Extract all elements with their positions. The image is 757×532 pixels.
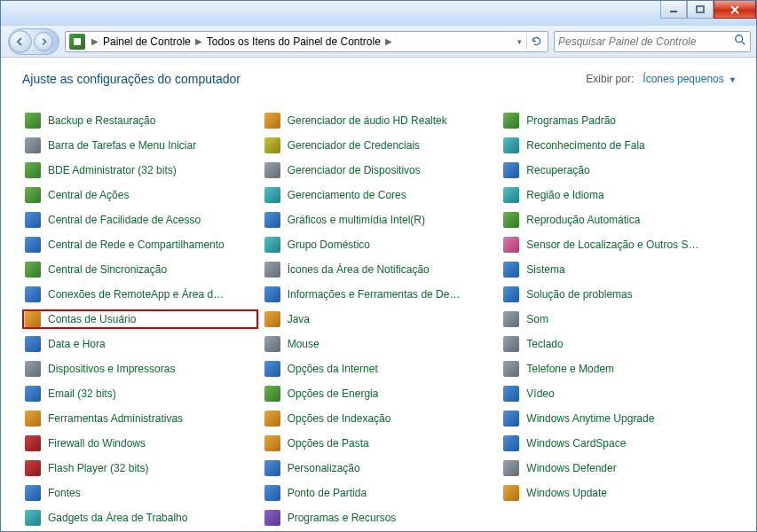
action-center-icon: [25, 187, 41, 203]
close-icon: [729, 5, 740, 14]
cpl-item[interactable]: Windows Update: [501, 483, 737, 503]
cpl-item-label: Central de Facilidade de Acesso: [48, 214, 201, 226]
ease-access-icon: [25, 212, 41, 228]
minimize-button[interactable]: [660, 1, 687, 19]
cpl-item[interactable]: Fontes: [22, 483, 258, 503]
back-button[interactable]: [9, 30, 32, 53]
cpl-item-label: Data e Hora: [48, 338, 106, 350]
cpl-item[interactable]: BDE Administrator (32 bits): [22, 160, 258, 180]
cpl-item-label: Sensor de Localização e Outros Sens...: [526, 239, 704, 251]
cpl-item-label: Windows CardSpace: [526, 437, 626, 450]
cpl-item-label: Telefone e Modem: [526, 363, 614, 375]
cpl-item-label: Gerenciador de Dispositivos: [288, 164, 421, 176]
cpl-item[interactable]: Contas de Usuário: [22, 309, 258, 329]
cpl-item[interactable]: Email (32 bits): [22, 384, 258, 403]
forward-button[interactable]: [34, 32, 53, 51]
cpl-item[interactable]: Windows Defender: [501, 458, 737, 478]
admin-tools-icon: [25, 411, 41, 426]
cpl-item[interactable]: Sensor de Localização e Outros Sens...: [501, 235, 737, 254]
cpl-item[interactable]: Recuperação: [501, 160, 737, 180]
cpl-item[interactable]: Flash Player (32 bits): [22, 458, 258, 478]
close-button[interactable]: [714, 1, 756, 19]
cpl-item[interactable]: Ícones da Área de Notificação: [262, 260, 498, 279]
breadcrumb-root[interactable]: Painel de Controle: [101, 35, 193, 48]
cpl-item[interactable]: Região e Idioma: [501, 185, 737, 205]
search-input[interactable]: [558, 35, 730, 48]
fonts-icon: [25, 485, 41, 501]
power-options-icon: [264, 386, 280, 402]
date-time-icon: [25, 336, 41, 352]
page-title: Ajuste as configurações do computador: [22, 72, 241, 86]
cpl-item-label: Fontes: [48, 487, 81, 499]
search-icon[interactable]: [734, 34, 746, 49]
cpl-item[interactable]: Solução de problemas: [501, 285, 737, 304]
refresh-button[interactable]: [526, 33, 546, 51]
breadcrumb-sub[interactable]: Todos os Itens do Painel de Controle: [205, 35, 382, 48]
homegroup-icon: [264, 237, 280, 253]
cpl-item[interactable]: Firewall do Windows: [22, 434, 258, 453]
cpl-item[interactable]: Java: [262, 309, 498, 329]
cpl-item[interactable]: Opções de Energia: [262, 384, 498, 403]
cpl-item-label: Opções da Internet: [288, 363, 378, 375]
cpl-item[interactable]: Windows Anytime Upgrade: [501, 409, 737, 428]
cpl-item[interactable]: Reconhecimento de Fala: [501, 136, 737, 155]
remoteapp-icon: [25, 286, 41, 302]
sync-icon: [25, 262, 41, 278]
cpl-item[interactable]: Grupo Doméstico: [262, 235, 498, 254]
color-mgmt-icon: [264, 187, 280, 203]
cpl-item[interactable]: Data e Hora: [22, 334, 258, 354]
cpl-item[interactable]: Opções de Indexação: [262, 409, 498, 428]
cpl-item[interactable]: Reprodução Automática: [501, 210, 737, 230]
cpl-item[interactable]: Programas e Recursos: [262, 508, 498, 528]
cpl-item[interactable]: Ferramentas Administrativas: [22, 409, 258, 428]
cpl-item[interactable]: Central de Ações: [22, 185, 258, 205]
cpl-item-label: Dispositivos e Impressoras: [48, 363, 175, 375]
internet-options-icon: [264, 361, 280, 377]
cpl-item[interactable]: Gerenciador de áudio HD Realtek: [262, 111, 498, 130]
cpl-item[interactable]: Mouse: [262, 334, 498, 354]
cpl-item[interactable]: Teclado: [501, 334, 737, 354]
cpl-item[interactable]: Gerenciamento de Cores: [262, 185, 498, 205]
cpl-item[interactable]: Vídeo: [501, 384, 737, 403]
cpl-item[interactable]: Central de Rede e Compartilhamento: [22, 235, 258, 254]
cpl-item[interactable]: Conexões de RemoteApp e Área de ...: [22, 285, 258, 304]
address-bar[interactable]: ▶ Painel de Controle ▶ Todos os Itens do…: [65, 31, 548, 52]
cpl-item[interactable]: Ponto de Partida: [262, 483, 498, 503]
cpl-item[interactable]: Central de Facilidade de Acesso: [22, 210, 258, 230]
defender-icon: [503, 460, 519, 476]
device-manager-icon: [264, 162, 280, 178]
cpl-item[interactable]: Programas Padrão: [501, 111, 737, 130]
cpl-item[interactable]: Backup e Restauração: [22, 111, 258, 130]
credentials-icon: [264, 137, 280, 153]
cpl-item[interactable]: Opções de Pasta: [262, 434, 498, 453]
intel-gfx-icon: [264, 212, 280, 228]
search-box[interactable]: [554, 31, 751, 52]
cpl-item[interactable]: Som: [501, 309, 737, 329]
address-dropdown[interactable]: ▾: [512, 37, 526, 46]
cpl-item[interactable]: Gerenciador de Dispositivos: [262, 160, 498, 180]
indexing-icon: [264, 411, 280, 426]
cpl-item[interactable]: Central de Sincronização: [22, 260, 258, 279]
email-icon: [25, 386, 41, 402]
cpl-item[interactable]: Barra de Tarefas e Menu Iniciar: [22, 136, 258, 155]
view-by-dropdown[interactable]: Ícones pequenos ▼: [643, 73, 737, 85]
autoplay-icon: [503, 212, 519, 228]
cpl-item[interactable]: Informações e Ferramentas de Dese...: [262, 285, 498, 304]
cpl-item[interactable]: Dispositivos e Impressoras: [22, 359, 258, 379]
cpl-item[interactable]: Windows CardSpace: [501, 434, 737, 453]
navigation-toolbar: ▶ Painel de Controle ▶ Todos os Itens do…: [1, 26, 756, 58]
cpl-item[interactable]: Opções da Internet: [262, 359, 498, 379]
cpl-item-label: Firewall do Windows: [48, 437, 146, 450]
cpl-item[interactable]: Gadgets da Área de Trabalho: [22, 508, 258, 528]
network-icon: [25, 237, 41, 253]
display-icon: [503, 386, 519, 402]
cpl-item[interactable]: Sistema: [501, 260, 737, 279]
cpl-item[interactable]: Personalização: [262, 458, 498, 478]
cpl-item-label: Teclado: [526, 338, 563, 350]
cpl-item[interactable]: Gerenciador de Credenciais: [262, 136, 498, 155]
arrow-left-icon: [15, 36, 26, 47]
cpl-item[interactable]: Telefone e Modem: [501, 359, 737, 379]
sound-icon: [503, 311, 519, 327]
cpl-item[interactable]: Gráficos e multimídia Intel(R): [262, 210, 498, 230]
maximize-button[interactable]: [687, 1, 714, 19]
